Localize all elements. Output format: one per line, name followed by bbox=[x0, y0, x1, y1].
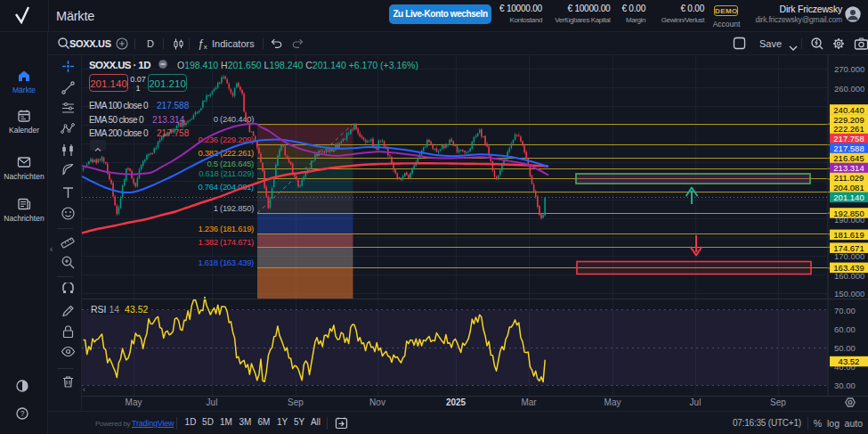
svg-text:201.140: 201.140 bbox=[833, 192, 864, 202]
svg-text:0.5 (216.645): 0.5 (216.645) bbox=[207, 159, 254, 168]
svg-text:163.439: 163.439 bbox=[833, 263, 864, 273]
svg-text:213.314: 213.314 bbox=[833, 163, 864, 173]
svg-text:192.850: 192.850 bbox=[833, 209, 864, 218]
svg-text:1 (192.850): 1 (192.850) bbox=[214, 203, 254, 213]
svg-text:50.00: 50.00 bbox=[834, 343, 856, 353]
svg-text:217.758: 217.758 bbox=[833, 134, 864, 143]
svg-text:181.619: 181.619 bbox=[833, 230, 864, 240]
svg-text:Sep: Sep bbox=[770, 397, 786, 407]
svg-text:204.081: 204.081 bbox=[833, 183, 864, 192]
svg-text:‹: ‹ bbox=[83, 385, 85, 394]
svg-text:1.382 (174.671): 1.382 (174.671) bbox=[198, 237, 254, 247]
svg-text:Jul: Jul bbox=[690, 397, 702, 407]
svg-text:216.645: 216.645 bbox=[833, 153, 864, 163]
svg-text:211.029: 211.029 bbox=[834, 173, 864, 183]
svg-text:174.671: 174.671 bbox=[833, 243, 864, 253]
svg-text:70.00: 70.00 bbox=[834, 306, 856, 315]
svg-text:43.52: 43.52 bbox=[839, 356, 860, 366]
svg-text:2025: 2025 bbox=[446, 397, 466, 407]
svg-text:1.618 (163.439): 1.618 (163.439) bbox=[198, 258, 254, 267]
svg-text:Nov: Nov bbox=[369, 397, 385, 407]
svg-text:222.261: 222.261 bbox=[833, 124, 864, 134]
svg-text:Jul: Jul bbox=[207, 397, 218, 407]
svg-text:260.000: 260.000 bbox=[834, 84, 864, 94]
svg-text:240.440: 240.440 bbox=[833, 105, 864, 115]
svg-text:?: ? bbox=[20, 409, 25, 418]
svg-text:150.000: 150.000 bbox=[834, 289, 864, 299]
svg-text:30.00: 30.00 bbox=[834, 381, 856, 390]
svg-text:Mar: Mar bbox=[521, 397, 537, 407]
svg-text:229.209: 229.209 bbox=[833, 115, 864, 125]
svg-text:May: May bbox=[604, 397, 621, 407]
svg-text:170.000: 170.000 bbox=[834, 251, 864, 261]
svg-text:270.000: 270.000 bbox=[834, 64, 864, 74]
svg-text:217.588: 217.588 bbox=[833, 143, 864, 153]
svg-text:0.618 (211.029): 0.618 (211.029) bbox=[199, 168, 254, 178]
svg-text:Sep: Sep bbox=[288, 397, 304, 407]
svg-text:60.00: 60.00 bbox=[834, 324, 856, 334]
svg-text:1.236 (181.619): 1.236 (181.619) bbox=[198, 224, 254, 233]
svg-text:May: May bbox=[126, 397, 142, 407]
